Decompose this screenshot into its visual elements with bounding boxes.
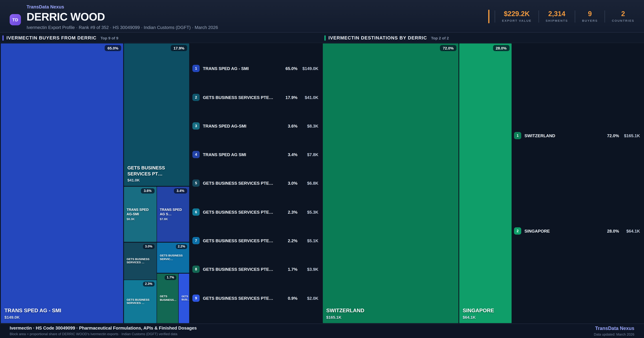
list-item-value: $6.8K — [298, 181, 318, 186]
stat-label: EXPORT VALUE — [502, 19, 532, 22]
block-name: GETS BUSINESS SERVICES … — [127, 258, 154, 264]
list-item-value: $2.0K — [298, 296, 318, 300]
treemap-block-gets-business-2[interactable]: 17.9% GETS BUSINESS SERVICES PT… $41.0K — [124, 44, 189, 186]
block-value: $41.0K — [128, 178, 186, 182]
footer-brand: TransData Nexus — [595, 326, 634, 330]
list-item[interactable]: 1 TRANS SPED AG - SMI 65.0% $149.0K — [192, 65, 318, 72]
header-stats: $229.2K EXPORT VALUE 2,314 SHIPMENTS 9 B… — [488, 0, 634, 32]
treemap-block-trans-sped-4[interactable]: 3.4% TRANS SPED AG S… $7.8K — [157, 186, 189, 242]
footer-product-line: Ivermectin · HS Code 30049099 · Pharmace… — [10, 326, 197, 330]
header: TD TransData Nexus DERRIC WOOD Ivermecti… — [0, 0, 644, 32]
destinations-panel-header: IVERMECTIN DESTINATIONS BY DERRIC Top 2 … — [324, 32, 449, 43]
share-badge: 3.4% — [174, 188, 187, 194]
treemap-block-gets-business-9[interactable]: GETS BUSI… — [179, 274, 189, 323]
list-item[interactable]: 5 GETS BUSINESS SERVICES PTE… 3.0% $6.8K — [192, 180, 318, 187]
list-item-value: $7.8K — [298, 152, 318, 157]
treemap-block-switzerland[interactable]: 72.0% SWITZERLAND $165.1K — [323, 44, 458, 323]
list-item[interactable]: 7 GETS BUSINESS SERVICES PTE… 2.2% $5.1K — [192, 237, 318, 244]
block-name: TRANS SPED AG-SMI — [127, 208, 154, 216]
destinations-panel-subcount: Top 2 of 2 — [431, 36, 449, 40]
list-item-share: 0.9% — [279, 296, 298, 300]
list-item[interactable]: 1 SWITZERLAND 72.0% $165.1K — [514, 132, 640, 139]
footer-left: Ivermectin · HS Code 30049099 · Pharmace… — [10, 326, 197, 336]
block-value: $8.3K — [127, 217, 154, 221]
block-name: TRANS SPED AG - SMI — [4, 307, 120, 314]
share-badge: 3.6% — [141, 188, 154, 194]
dashboard: TD TransData Nexus DERRIC WOOD Ivermecti… — [0, 0, 644, 338]
block-name: GETS BUSINESS SERVIC… — [160, 254, 186, 261]
header-identity: TD TransData Nexus DERRIC WOOD Ivermecti… — [10, 5, 218, 30]
list-item[interactable]: 3 TRANS SPED AG-SMI 3.6% $8.3K — [192, 122, 318, 130]
buyers-ranked-list: 1 TRANS SPED AG - SMI 65.0% $149.0K 2 GE… — [192, 44, 318, 323]
treemap-block-gets-business-6[interactable]: 2.3% GETS BUSINESS SERVICES … — [124, 280, 156, 323]
stat-label: SHIPMENTS — [546, 19, 568, 22]
treemap-block-trans-sped-3[interactable]: 3.6% TRANS SPED AG-SMI $8.3K — [124, 186, 156, 242]
block-value: $165.1K — [326, 315, 455, 320]
block-name: GETS BUSINESS SERVICES PT… — [128, 165, 186, 177]
rank-badge: 3 — [192, 122, 200, 130]
rank-badge: 2 — [514, 228, 521, 235]
list-item[interactable]: 9 GETS BUSINESS SERVICES PTE… 0.9% $2.0K — [192, 294, 318, 302]
buyers-panel-title: IVERMECTIN BUYERS FROM DERRIC — [6, 36, 96, 40]
rank-badge: 1 — [514, 132, 521, 139]
list-item-value: $165.1K — [619, 133, 640, 138]
stat-value: 9 — [582, 10, 598, 17]
treemap-block-gets-business-8[interactable]: 1.7% GETS BUSINESS… — [157, 274, 178, 323]
list-item-share: 28.0% — [600, 229, 619, 234]
stat-export-value: $229.2K EXPORT VALUE — [495, 10, 538, 22]
share-badge: 2.2% — [176, 244, 187, 249]
block-name: GETS BUSINESS… — [160, 295, 175, 302]
footer: Ivermectin · HS Code 30049099 · Pharmace… — [0, 324, 644, 338]
stats-accent-bar — [488, 10, 490, 23]
list-item-share: 2.3% — [279, 210, 298, 214]
rank-badge: 8 — [192, 266, 200, 273]
share-badge: 17.9% — [171, 45, 187, 51]
stat-countries: 2 COUNTRIES — [604, 10, 634, 22]
list-item-value: $5.3K — [298, 210, 318, 214]
list-item-share: 3.6% — [279, 124, 298, 128]
treemap-block-trans-sped-ag-smi-1[interactable]: 65.0% TRANS SPED AG - SMI $149.0K — [1, 44, 123, 323]
rank-badge: 2 — [192, 94, 200, 101]
rank-badge: 4 — [192, 151, 200, 158]
brand-logo: TD — [10, 14, 21, 26]
page-subtitle: Ivermectin Export Profile · Rank #9 of 3… — [26, 25, 218, 30]
stat-buyers: 9 BUYERS — [575, 10, 604, 22]
rank-badge: 6 — [192, 208, 200, 216]
stat-label: COUNTRIES — [612, 19, 634, 22]
list-item-value: $3.9K — [298, 267, 318, 272]
footer-updated: Data updated: March 2026 — [594, 333, 634, 336]
list-item-name: GETS BUSINESS SERVICES PTE… — [203, 238, 279, 243]
treemap-block-gets-business-7[interactable]: 2.2% GETS BUSINESS SERVIC… — [157, 242, 189, 273]
list-item-share: 1.7% — [279, 267, 298, 272]
list-item-value: $149.0K — [298, 66, 318, 71]
list-item-name: GETS BUSINESS SERVICES PTE… — [203, 95, 279, 100]
footer-methodology-note: Block area = proportional share of DERRI… — [10, 332, 197, 336]
list-item-name: GETS BUSINESS SERVICES PTE… — [203, 181, 279, 186]
list-item[interactable]: 2 SINGAPORE 28.0% $64.1K — [514, 228, 640, 235]
share-badge: 65.0% — [105, 45, 121, 51]
list-item-name: SINGAPORE — [524, 229, 600, 234]
block-name: SINGAPORE — [463, 307, 508, 314]
list-item[interactable]: 8 GETS BUSINESS SERVICES PTE… 1.7% $3.9K — [192, 266, 318, 273]
rank-badge: 9 — [192, 294, 200, 302]
block-name: TRANS SPED AG S… — [160, 208, 186, 216]
list-item[interactable]: 6 GETS BUSINESS SERVICES PTE… 2.3% $5.3K — [192, 208, 318, 216]
stat-value: 2,314 — [546, 10, 568, 17]
share-badge: 2.3% — [143, 282, 154, 286]
destinations-treemap: 72.0% SWITZERLAND $165.1K 28.0% SINGAPOR… — [323, 44, 512, 323]
page-title: DERRIC WOOD — [26, 12, 218, 22]
list-item[interactable]: 2 GETS BUSINESS SERVICES PTE… 17.9% $41.… — [192, 94, 318, 101]
destinations-accent-bar — [324, 35, 326, 40]
list-item-share: 2.2% — [279, 238, 298, 243]
destinations-panel-title: IVERMECTIN DESTINATIONS BY DERRIC — [328, 36, 427, 40]
treemap-block-singapore[interactable]: 28.0% SINGAPORE $64.1K — [459, 44, 512, 323]
buyers-panel-subcount: Top 9 of 9 — [100, 36, 118, 40]
rank-badge: 5 — [192, 180, 200, 187]
treemap-block-gets-business-5[interactable]: 3.0% GETS BUSINESS SERVICES … — [124, 242, 156, 280]
list-item-name: TRANS SPED AG-SMI — [203, 124, 279, 128]
list-item[interactable]: 4 TRANS SPED AG SMI 3.4% $7.8K — [192, 151, 318, 158]
list-item-name: TRANS SPED AG SMI — [203, 152, 279, 157]
stat-shipments: 2,314 SHIPMENTS — [538, 10, 575, 22]
block-value: $7.8K — [160, 217, 186, 221]
list-item-value: $64.1K — [619, 229, 640, 234]
